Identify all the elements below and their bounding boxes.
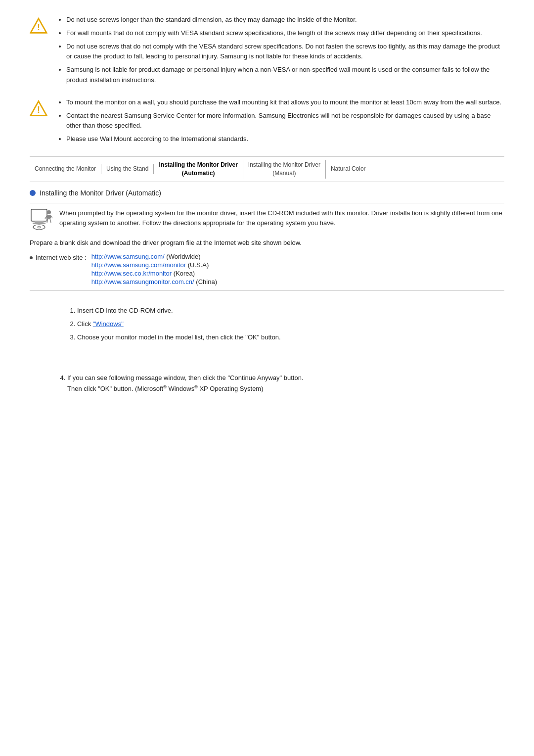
warning-icon-1: ! xyxy=(30,17,49,37)
warning-item: Do not use screws longer than the standa… xyxy=(66,15,504,25)
section-title: Installing the Monitor Driver (Automatic… xyxy=(40,189,161,197)
svg-text:!: ! xyxy=(37,22,40,32)
warning-item: To mount the monitor on a wall, you shou… xyxy=(66,97,504,108)
internet-label-text: Internet web site : xyxy=(36,254,87,261)
link-samsung-usa[interactable]: http://www.samsung.com/monitor xyxy=(91,261,186,269)
svg-point-9 xyxy=(47,210,51,214)
svg-rect-6 xyxy=(33,223,45,224)
cd-icon xyxy=(30,208,52,231)
links-column: http://www.samsung.com/ (Worldwide) http… xyxy=(91,253,217,285)
link-suffix-korea: (Korea) xyxy=(172,270,195,277)
internet-row: Internet web site : http://www.samsung.c… xyxy=(30,253,504,285)
link-samsung-china[interactable]: http://www.samsungmonitor.com.cn/ xyxy=(91,278,194,285)
link-china[interactable]: http://www.samsungmonitor.com.cn/ (China… xyxy=(91,278,217,285)
nav-label-manual-line2: (Manual) xyxy=(272,170,296,177)
warning-list-2: To mount the monitor on a wall, you shou… xyxy=(57,97,504,147)
cd-section: When prompted by the operating system fo… xyxy=(30,208,504,231)
sup2: ® xyxy=(194,384,198,389)
link-suffix-usa: (U.S.A) xyxy=(186,261,209,269)
step2-text: Click xyxy=(77,320,93,328)
bottom-divider xyxy=(30,290,504,291)
nav-item-driver-manual[interactable]: Installing the Monitor Driver (Manual) xyxy=(243,160,326,179)
steps-list: Insert CD into the CD-ROM drive. Click "… xyxy=(59,306,504,342)
warning-section-1: ! Do not use screws longer than the stan… xyxy=(30,15,504,89)
nav-label-line1: Installing the Monitor Driver xyxy=(159,161,237,168)
prepare-text: Prepare a blank disk and download the dr… xyxy=(30,238,504,248)
step4-section: If you can see following message window,… xyxy=(30,373,504,395)
nav-bar: Connecting the Monitor Using the Stand I… xyxy=(30,156,504,182)
nav-label-manual-line1: Installing the Monitor Driver xyxy=(248,161,320,168)
warning-item: Contact the nearest Samsung Service Cent… xyxy=(66,111,504,132)
warning-item: Do not use screws that do not comply wit… xyxy=(66,42,504,62)
step-1: Insert CD into the CD-ROM drive. xyxy=(77,306,504,316)
svg-text:!: ! xyxy=(37,105,40,115)
step-4: If you can see following message window,… xyxy=(67,373,504,395)
svg-rect-4 xyxy=(31,209,47,221)
svg-point-8 xyxy=(38,226,41,228)
link-suffix-china: (China) xyxy=(194,278,217,285)
link-suffix-worldwide: (Worldwide) xyxy=(165,253,201,260)
nav-item-driver-auto[interactable]: Installing the Monitor Driver (Automatic… xyxy=(154,160,243,179)
warning-item: For wall mounts that do not comply with … xyxy=(66,28,504,39)
warning-icon-2: ! xyxy=(30,99,49,119)
svg-line-12 xyxy=(51,216,52,219)
svg-line-14 xyxy=(50,219,51,223)
link-samsung-korea[interactable]: http://www.sec.co.kr/monitor xyxy=(91,270,172,277)
warning-list-1: Do not use screws longer than the standa… xyxy=(57,15,504,89)
bullet-icon xyxy=(30,256,33,259)
top-divider xyxy=(30,203,504,203)
link-usa[interactable]: http://www.samsung.com/monitor (U.S.A) xyxy=(91,261,217,269)
sup1: ® xyxy=(163,384,167,389)
svg-point-7 xyxy=(33,225,45,230)
link-korea[interactable]: http://www.sec.co.kr/monitor (Korea) xyxy=(91,270,217,277)
cd-instruction-text: When prompted by the operating system fo… xyxy=(59,208,504,231)
nav-item-connecting[interactable]: Connecting the Monitor xyxy=(30,164,101,174)
step4-list: If you can see following message window,… xyxy=(59,373,504,395)
nav-item-stand[interactable]: Using the Stand xyxy=(101,164,154,174)
internet-label: Internet web site : xyxy=(30,253,87,285)
step4-text-before: If you can see following message window,… xyxy=(67,374,304,381)
svg-rect-10 xyxy=(47,215,51,219)
section-title-row: Installing the Monitor Driver (Automatic… xyxy=(30,189,504,197)
blue-dot-icon xyxy=(30,190,36,196)
nav-label-line2: (Automatic) xyxy=(182,170,215,177)
warning-item: Please use Wall Mount according to the I… xyxy=(66,134,504,144)
warning-item: Samsung is not liable for product damage… xyxy=(66,65,504,86)
link-worldwide[interactable]: http://www.samsung.com/ (Worldwide) xyxy=(91,253,217,260)
step-3: Choose your monitor model in the model l… xyxy=(77,332,504,343)
svg-rect-5 xyxy=(35,221,44,223)
warning-section-2: ! To mount the monitor on a wall, you sh… xyxy=(30,97,504,147)
windows-link[interactable]: "Windows" xyxy=(93,320,124,328)
link-samsung-worldwide[interactable]: http://www.samsung.com/ xyxy=(91,253,165,260)
step-2: Click "Windows" xyxy=(77,319,504,330)
step4-text-line2: Then click "OK" button. (Microsoft® Wind… xyxy=(67,385,264,392)
nav-item-natural-color[interactable]: Natural Color xyxy=(326,164,371,174)
